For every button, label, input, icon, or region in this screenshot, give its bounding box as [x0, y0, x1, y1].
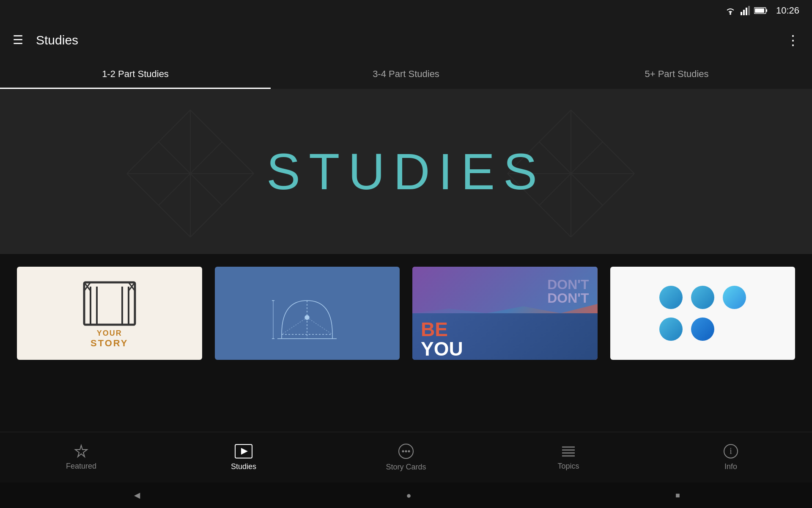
card-dots[interactable]: [610, 267, 796, 360]
dont-text-2: DON'T: [547, 291, 589, 305]
hero-banner: STUDIES: [0, 89, 812, 254]
tab-5plus-part[interactable]: 5+ Part Studies: [541, 59, 812, 89]
svg-rect-6: [766, 9, 767, 12]
featured-icon: [73, 444, 89, 458]
home-button[interactable]: ●: [406, 491, 411, 500]
topics-label: Topics: [557, 462, 579, 471]
card-dont-be-you[interactable]: DON'T DON'T BE YOU: [412, 267, 598, 360]
status-icons: 10:26: [724, 5, 799, 16]
story-cards-icon: [398, 443, 414, 459]
svg-point-47: [402, 450, 404, 453]
studies-label: Studies: [231, 462, 256, 471]
app-title: Studies: [36, 33, 786, 47]
dots-grid: [651, 277, 754, 349]
tabs-bar: 1-2 Part Studies 3-4 Part Studies 5+ Par…: [0, 59, 812, 89]
svg-rect-1: [741, 12, 742, 15]
battery-icon: [754, 7, 768, 14]
arch-icon: [269, 284, 345, 343]
more-options-icon[interactable]: ⋮: [786, 32, 799, 48]
top-bar: ☰ Studies ⋮: [0, 21, 812, 59]
card-story-label: STORY: [91, 338, 129, 349]
studies-icon: [234, 444, 253, 459]
nav-topics[interactable]: Topics: [487, 444, 650, 471]
dont-text-1: DON'T: [547, 278, 589, 291]
menu-icon[interactable]: ☰: [13, 34, 23, 46]
signal-icon: [741, 6, 750, 15]
svg-rect-4: [748, 6, 750, 15]
be-text: BE: [421, 320, 463, 339]
info-icon: i: [723, 444, 738, 459]
svg-rect-7: [755, 8, 764, 13]
svg-rect-2: [743, 10, 745, 15]
card-arch[interactable]: [215, 267, 400, 360]
svg-rect-24: [84, 282, 135, 325]
tab-1-2-part[interactable]: 1-2 Part Studies: [0, 59, 271, 89]
nav-studies[interactable]: Studies: [162, 444, 325, 471]
wifi-icon: [724, 6, 736, 15]
dot-1: [659, 286, 683, 309]
svg-point-48: [405, 450, 407, 453]
svg-marker-45: [241, 448, 248, 455]
back-button[interactable]: ◄: [132, 489, 142, 501]
nav-featured[interactable]: Featured: [0, 444, 162, 471]
story-cards-label: Story Cards: [386, 463, 426, 472]
svg-point-40: [305, 315, 309, 320]
gate-icon: [80, 278, 139, 329]
dot-3: [723, 286, 746, 309]
info-label: Info: [724, 462, 737, 471]
dot-4: [659, 318, 683, 341]
system-nav-bar: ◄ ● ■: [0, 483, 812, 508]
svg-line-39: [307, 318, 332, 334]
hero-title: STUDIES: [266, 142, 546, 201]
dot-2: [691, 286, 714, 309]
svg-line-38: [282, 318, 307, 334]
recent-button[interactable]: ■: [675, 491, 680, 500]
dot-empty: [723, 318, 746, 341]
card-your-story[interactable]: YOUR STORY: [17, 267, 202, 360]
status-bar: 10:26: [0, 0, 812, 21]
svg-text:i: i: [730, 446, 732, 456]
dot-5: [691, 318, 714, 341]
svg-point-49: [408, 450, 410, 453]
content-area: YOUR STORY: [0, 254, 812, 440]
svg-rect-3: [746, 8, 747, 15]
bottom-nav: Featured Studies Story Cards Topics i: [0, 432, 812, 483]
featured-label: Featured: [66, 462, 96, 471]
card-your-label: YOUR: [91, 329, 129, 338]
topics-icon: [560, 444, 576, 458]
tab-3-4-part[interactable]: 3-4 Part Studies: [271, 59, 541, 89]
you-text: YOU: [421, 339, 463, 359]
nav-info[interactable]: i Info: [650, 444, 812, 471]
svg-point-0: [730, 13, 731, 15]
status-time: 10:26: [776, 5, 799, 16]
nav-story-cards[interactable]: Story Cards: [325, 443, 487, 472]
